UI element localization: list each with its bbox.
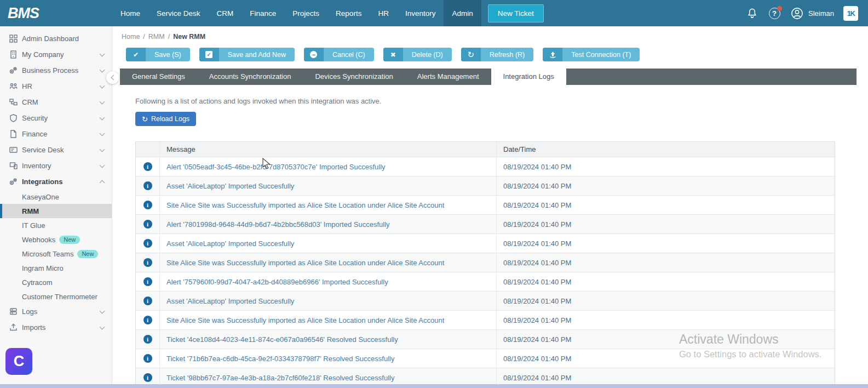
reload-logs-button[interactable]: ↻ Reload Logs <box>135 112 196 126</box>
user-avatar-icon[interactable] <box>790 7 803 20</box>
sidebar-item-label: Security <box>22 114 100 122</box>
sidebar-item-integrations[interactable]: Integrations <box>0 174 112 190</box>
people-icon <box>9 82 22 91</box>
sidebar-item-inventory[interactable]: Inventory <box>0 158 112 174</box>
test-connection-button[interactable]: Test Connection (T) <box>543 48 640 61</box>
chat-widget-logo[interactable]: C <box>5 348 32 375</box>
log-datetime: 08/19/2024 01:40 PM <box>496 157 835 176</box>
sidebar-item-my-company[interactable]: My Company <box>0 47 112 62</box>
log-datetime: 08/19/2024 01:40 PM <box>496 253 835 272</box>
info-icon[interactable]: i <box>143 373 152 382</box>
info-icon[interactable]: i <box>143 201 152 209</box>
sidebar-item-business-process[interactable]: Business Process <box>0 62 112 78</box>
nav-item-crm[interactable]: CRM <box>209 0 242 26</box>
app-body: Admin Dashboard My Company Business Proc… <box>0 26 868 388</box>
notification-bell-icon[interactable] <box>745 7 758 20</box>
chevron-down-icon <box>100 324 105 329</box>
sidebar-item-label: Integrations <box>22 178 100 186</box>
sidebar-item-finance[interactable]: Finance <box>0 126 112 142</box>
sidebar-subitem-ingram-micro[interactable]: Ingram Micro <box>0 261 112 275</box>
tab-alerts-management[interactable]: Alerts Management <box>405 69 491 85</box>
new-badge: New <box>77 250 98 258</box>
minus-circle-icon: − <box>304 48 324 61</box>
nav-item-reports[interactable]: Reports <box>327 0 370 26</box>
tab-general-settings[interactable]: General Settings <box>120 69 197 85</box>
sidebar-item-label: My Company <box>22 50 100 59</box>
nav-item-hr[interactable]: HR <box>370 0 397 26</box>
horizontal-scrollbar[interactable] <box>0 384 868 388</box>
sidebar-subitem-kaseyaone[interactable]: KaseyaOne <box>0 190 112 204</box>
sidebar-item-logs[interactable]: Logs <box>0 304 112 319</box>
chevron-down-icon <box>100 146 105 152</box>
info-icon[interactable]: i <box>143 258 152 267</box>
settings-tabbar: General Settings Accounts Synchronizatio… <box>120 69 856 85</box>
kaseya-logo[interactable]: 1K <box>843 6 858 21</box>
refresh-icon: ↻ <box>461 48 481 61</box>
sidebar-item-label: CRM <box>22 98 100 106</box>
sidebar-subitem-it-glue[interactable]: IT Glue <box>0 218 112 232</box>
info-icon[interactable]: i <box>143 296 152 305</box>
refresh-button[interactable]: ↻ Refresh (R) <box>461 48 534 61</box>
nav-item-admin[interactable]: Admin <box>444 0 481 26</box>
test-connection-icon <box>543 48 562 61</box>
sidebar-item-label: Inventory <box>22 162 100 170</box>
integrations-gears-icon <box>9 177 22 186</box>
topbar-right-actions: ? Sleiman 1K <box>745 6 868 21</box>
save-button[interactable]: ✔ Save (S) <box>126 48 190 61</box>
reload-icon: ↻ <box>142 115 148 123</box>
sidebar-item-service-desk[interactable]: Service Desk <box>0 142 112 158</box>
sidebar-subitem-customer-thermometer[interactable]: Customer Thermometer <box>0 289 112 304</box>
tab-devices-synchronization[interactable]: Devices Synchronization <box>303 69 405 85</box>
log-message: Asset 'AliceLaptop' Imported Succesfully <box>159 234 496 253</box>
info-icon[interactable]: i <box>143 316 152 324</box>
sidebar-collapse-button[interactable] <box>106 71 119 84</box>
gears-icon <box>9 66 22 75</box>
nav-item-home[interactable]: Home <box>112 0 148 26</box>
bms-logo[interactable]: BMS <box>0 5 112 22</box>
log-datetime: 08/19/2024 01:40 PM <box>496 234 835 253</box>
sidebar-subitem-microsoft-teams[interactable]: Microsoft Teams New <box>0 247 112 261</box>
document-icon <box>9 129 22 139</box>
info-icon[interactable]: i <box>143 181 152 190</box>
tab-integration-logs[interactable]: Integration Logs <box>491 69 566 85</box>
header-info-column <box>136 142 159 157</box>
info-icon[interactable]: i <box>143 220 152 229</box>
table-row: i Asset 'AliceLaptop' Imported Succesful… <box>136 176 835 196</box>
delete-button[interactable]: ✖ Delete (D) <box>383 48 452 61</box>
info-icon[interactable]: i <box>143 239 152 248</box>
cancel-button[interactable]: − Cancel (C) <box>304 48 374 61</box>
info-icon[interactable]: i <box>143 162 152 171</box>
breadcrumb-current: New RMM <box>173 33 205 41</box>
sidebar-item-label: Service Desk <box>22 146 100 154</box>
table-row: i Asset 'AliceLaptop' Imported Succesful… <box>136 292 835 311</box>
sidebar-item-imports[interactable]: Imports <box>0 319 112 335</box>
sidebar-item-hr[interactable]: HR <box>0 78 112 94</box>
new-ticket-button[interactable]: New Ticket <box>488 4 544 22</box>
info-icon[interactable]: i <box>143 354 152 363</box>
nav-item-inventory[interactable]: Inventory <box>397 0 444 26</box>
breadcrumb-separator: / <box>168 33 170 41</box>
sidebar-subitem-webhooks[interactable]: Webhooks New <box>0 232 112 247</box>
integration-logs-description: Following is a list of actions and logs … <box>135 97 868 105</box>
table-row: i Ticket '71b6b7ea-c6db-45ca-9e2f-033437… <box>136 349 835 368</box>
nav-item-finance[interactable]: Finance <box>242 0 284 26</box>
save-and-add-new-button[interactable]: ✓ Save and Add New <box>199 48 295 61</box>
log-message: Alert '0505eadf-3c45-46be-b2f5-7d8705370… <box>159 157 496 176</box>
breadcrumb-rmm[interactable]: RMM <box>148 33 165 41</box>
subitem-label: RMM <box>22 207 39 215</box>
info-icon[interactable]: i <box>143 277 152 286</box>
user-name[interactable]: Sleiman <box>808 9 834 18</box>
nav-item-projects[interactable]: Projects <box>284 0 327 26</box>
tab-accounts-synchronization[interactable]: Accounts Synchronization <box>197 69 303 85</box>
chevron-down-icon <box>100 308 105 313</box>
sidebar-item-crm[interactable]: CRM <box>0 94 112 110</box>
help-icon[interactable]: ? <box>768 7 781 20</box>
breadcrumb-home[interactable]: Home <box>122 33 140 41</box>
log-datetime: 08/19/2024 01:40 PM <box>496 215 835 233</box>
nav-item-service-desk[interactable]: Service Desk <box>148 0 209 26</box>
info-icon[interactable]: i <box>143 335 152 344</box>
sidebar-subitem-cytracom[interactable]: Cytracom <box>0 275 112 289</box>
sidebar-item-admin-dashboard[interactable]: Admin Dashboard <box>0 31 112 47</box>
sidebar-item-security[interactable]: Security <box>0 110 112 126</box>
sidebar-subitem-rmm[interactable]: RMM <box>0 204 112 218</box>
